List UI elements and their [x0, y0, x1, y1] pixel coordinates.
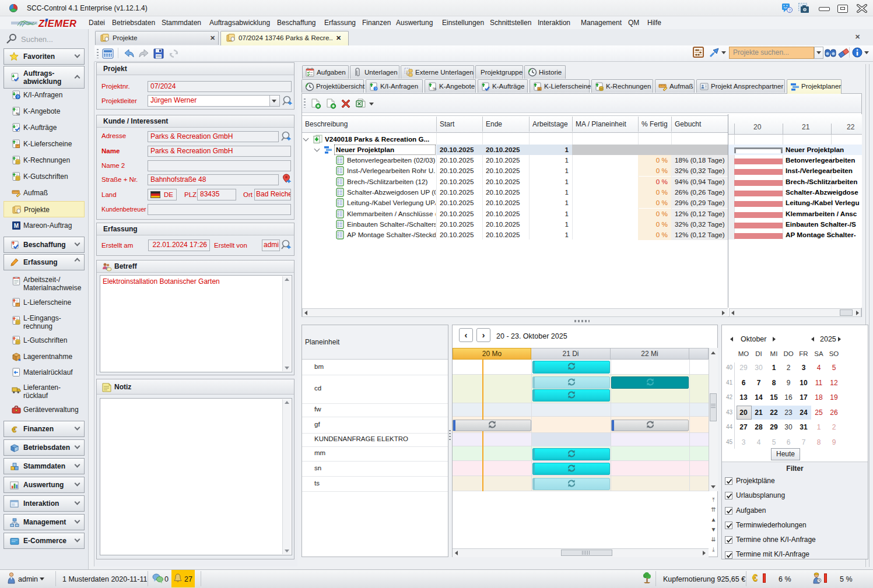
svg-text:%: %	[16, 111, 20, 117]
svg-text:M: M	[14, 223, 19, 229]
svg-text:%: %	[433, 87, 436, 91]
svg-text:€: €	[12, 425, 17, 434]
svg-text:?: ?	[374, 87, 377, 91]
svg-text:?: ?	[17, 95, 19, 99]
svg-text:?: ?	[788, 8, 791, 12]
